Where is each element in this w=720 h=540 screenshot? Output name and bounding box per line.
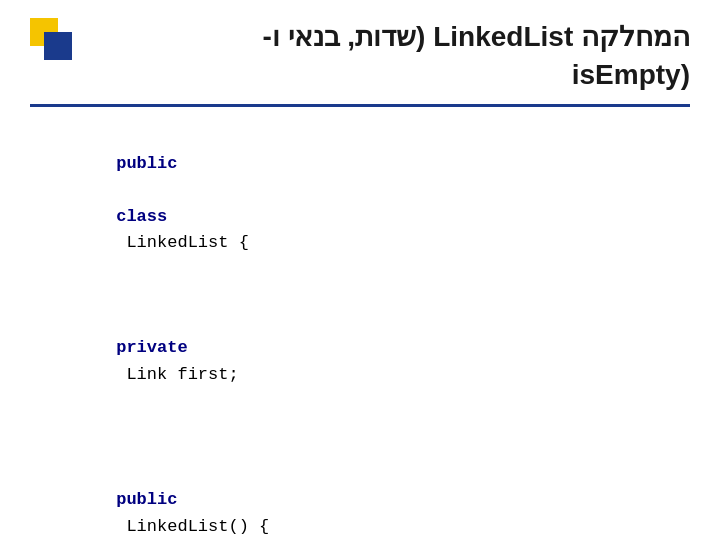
title-line1: המחלקה LinkedList (שדות, בנאי ו-: [262, 18, 690, 56]
code-line-2: private Link first;: [55, 283, 690, 415]
kw-private: private: [116, 338, 187, 357]
color-blocks: [30, 18, 58, 46]
slide: המחלקה LinkedList (שדות, בנאי ו- (isEmpt…: [0, 0, 720, 540]
slide-title: המחלקה LinkedList (שדות, בנאי ו- (isEmpt…: [262, 18, 690, 94]
title-line2: (isEmpty: [262, 56, 690, 94]
code-line-1: public class LinkedList {: [55, 125, 690, 283]
blue-block: [44, 32, 72, 60]
kw-public-1: public: [116, 154, 177, 173]
header-area: המחלקה LinkedList (שדות, בנאי ו- (isEmpt…: [0, 0, 720, 104]
kw-class: class: [116, 207, 167, 226]
code-line-4: public LinkedList() {: [55, 435, 690, 540]
divider: [30, 104, 690, 107]
blank-1: [55, 414, 690, 434]
code-area: public class LinkedList { private Link f…: [0, 125, 720, 540]
kw-public-2: public: [116, 490, 177, 509]
